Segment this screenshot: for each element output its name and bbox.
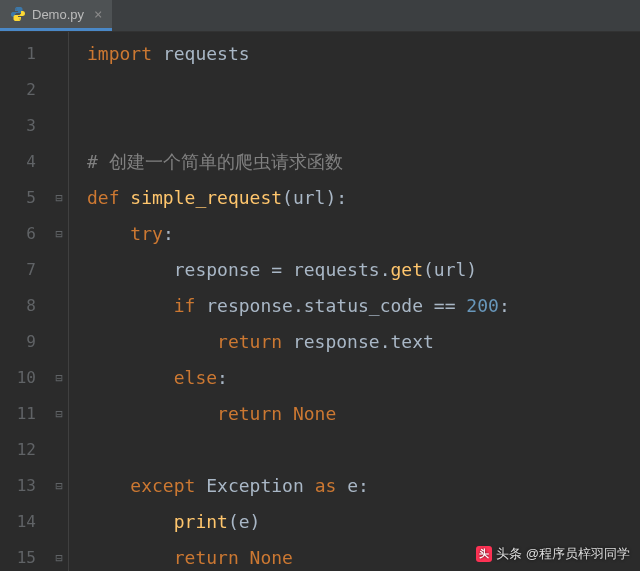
- close-icon[interactable]: ×: [94, 6, 102, 22]
- watermark: 头 头条 @程序员梓羽同学: [476, 545, 630, 563]
- fold-toggle-icon[interactable]: ⊟: [50, 396, 68, 432]
- fold-toggle-icon[interactable]: ⊟: [50, 468, 68, 504]
- code-editor[interactable]: 1 2 3 4 5 6 7 8 9 10 11 12 13 14 15 ⊟ ⊟ …: [0, 32, 640, 571]
- code-line: def simple_request(url):: [87, 180, 640, 216]
- code-line: else:: [87, 360, 640, 396]
- fold-marker: [50, 432, 68, 468]
- line-number: 11: [0, 396, 36, 432]
- fold-toggle-icon[interactable]: ⊟: [50, 216, 68, 252]
- fold-marker: [50, 324, 68, 360]
- fold-marker: [50, 252, 68, 288]
- code-line: # 创建一个简单的爬虫请求函数: [87, 144, 640, 180]
- line-number: 14: [0, 504, 36, 540]
- code-line: [87, 72, 640, 108]
- line-number: 1: [0, 36, 36, 72]
- code-line: [87, 432, 640, 468]
- watermark-handle: @程序员梓羽同学: [526, 545, 630, 563]
- line-number: 7: [0, 252, 36, 288]
- code-line: if response.status_code == 200:: [87, 288, 640, 324]
- code-line: try:: [87, 216, 640, 252]
- line-number: 9: [0, 324, 36, 360]
- toutiao-icon: 头: [476, 546, 492, 562]
- fold-marker: [50, 144, 68, 180]
- fold-marker: [50, 108, 68, 144]
- code-area[interactable]: import requests # 创建一个简单的爬虫请求函数 def simp…: [68, 32, 640, 571]
- code-line: import requests: [87, 36, 640, 72]
- line-number: 12: [0, 432, 36, 468]
- code-line: return response.text: [87, 324, 640, 360]
- line-number-gutter: 1 2 3 4 5 6 7 8 9 10 11 12 13 14 15: [0, 32, 50, 571]
- fold-marker: [50, 504, 68, 540]
- line-number: 13: [0, 468, 36, 504]
- line-number: 8: [0, 288, 36, 324]
- file-tab[interactable]: Demo.py ×: [0, 0, 112, 31]
- line-number: 3: [0, 108, 36, 144]
- line-number: 6: [0, 216, 36, 252]
- fold-marker: [50, 36, 68, 72]
- code-line: [87, 108, 640, 144]
- tab-bar: Demo.py ×: [0, 0, 640, 32]
- fold-toggle-icon[interactable]: ⊟: [50, 180, 68, 216]
- fold-gutter: ⊟ ⊟ ⊟ ⊟ ⊟ ⊟: [50, 32, 68, 571]
- fold-toggle-icon[interactable]: ⊟: [50, 540, 68, 571]
- code-line: response = requests.get(url): [87, 252, 640, 288]
- code-line: return None: [87, 396, 640, 432]
- code-line: print(e): [87, 504, 640, 540]
- python-file-icon: [10, 6, 26, 22]
- watermark-prefix: 头条: [496, 545, 522, 563]
- fold-marker: [50, 288, 68, 324]
- tab-filename: Demo.py: [32, 7, 84, 22]
- line-number: 4: [0, 144, 36, 180]
- line-number: 5: [0, 180, 36, 216]
- line-number: 10: [0, 360, 36, 396]
- code-line: except Exception as e:: [87, 468, 640, 504]
- fold-marker: [50, 72, 68, 108]
- fold-toggle-icon[interactable]: ⊟: [50, 360, 68, 396]
- line-number: 2: [0, 72, 36, 108]
- line-number: 15: [0, 540, 36, 571]
